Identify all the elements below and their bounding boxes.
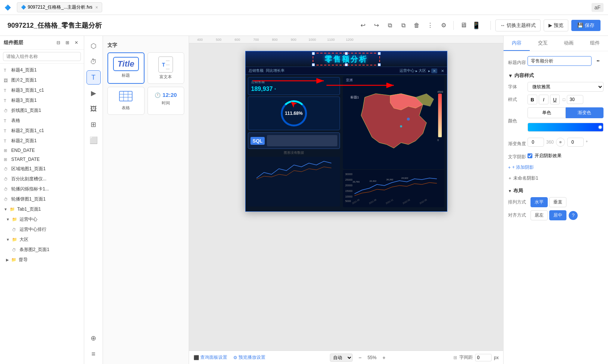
tab-component[interactable]: 组件 (582, 36, 608, 51)
widget-time[interactable]: 🕛 12:20 时间 (148, 87, 185, 115)
underline-button[interactable]: U (550, 95, 560, 104)
list-item[interactable]: ⏱ 轮播闪烁指标卡1... (0, 184, 84, 194)
layout-horizontal-button[interactable]: 水平 (531, 197, 548, 207)
list-item[interactable]: ⏱ 百分比刻度槽仪... (0, 174, 84, 184)
title-widget-preview: Title (113, 57, 139, 71)
list-item[interactable]: ⏱ 折线图1_页面1 (0, 105, 84, 116)
layer-type-icon: ⊞ (4, 157, 9, 162)
tab-close-icon[interactable]: × (95, 5, 98, 10)
italic-button[interactable]: I (539, 95, 548, 104)
layers-search-input[interactable] (3, 52, 81, 61)
list-item[interactable]: T 标题4_页面1 (0, 65, 84, 75)
font-label: 字体 (508, 84, 528, 90)
gradient-angle-start-input[interactable] (528, 138, 544, 147)
list-item[interactable]: ▶ 📁 督导 (0, 255, 84, 265)
video-icon[interactable]: ▶ (86, 86, 101, 100)
layer-name: 图片2_页面1 (11, 77, 37, 83)
list-item[interactable]: T 标题2_页面1 (0, 136, 84, 146)
zoom-in-button[interactable]: + (379, 352, 389, 363)
tab-interaction[interactable]: 交互 (530, 36, 556, 51)
solid-color-tab[interactable]: 单色 (528, 107, 566, 118)
align-left-button[interactable]: 居左 (531, 210, 548, 220)
list-item[interactable]: T 标题3_页面1_c1 (0, 85, 84, 95)
table-tool-icon[interactable]: ⊞ (86, 117, 101, 132)
layers-icon[interactable]: ⊕ (86, 331, 101, 345)
title-edit-icon[interactable]: ✒ (593, 56, 604, 66)
title-content-input[interactable] (528, 56, 592, 66)
image-icon[interactable]: 🖼 (86, 102, 101, 116)
clock-icon[interactable]: ⏱ (86, 55, 101, 69)
list-item[interactable]: ▼ 📁 大区 (0, 235, 84, 245)
gradient-bar[interactable] (528, 123, 604, 132)
layer-type-icon: ⏱ (4, 177, 9, 181)
delete-button[interactable]: 🗑 (411, 20, 422, 31)
more-options-button[interactable]: ⋮ (425, 20, 435, 31)
font-select[interactable]: 微软雅黑 宋体 黑体 (528, 82, 604, 92)
svg-rect-0 (119, 91, 132, 101)
more-tools-icon[interactable]: ≡ (86, 347, 101, 361)
list-item[interactable]: ⊞ END_DATE (0, 146, 84, 155)
layers-collapse-icon[interactable]: ⊟ (55, 39, 62, 46)
preview-button[interactable]: ▶ 预览 (544, 19, 568, 31)
help-button[interactable]: ? (569, 211, 578, 220)
list-item[interactable]: T 表格 (0, 116, 84, 126)
widget-time-label: 时间 (162, 100, 170, 106)
add-shadow-button[interactable]: + + 添加阴影 (508, 164, 604, 171)
align-center-button[interactable]: 居中 (549, 210, 566, 220)
query-panel-link[interactable]: ⬛ 查询面板设置 (194, 354, 227, 361)
canvas-close-icon[interactable]: ✕ (441, 69, 444, 73)
zoom-out-button[interactable]: − (355, 352, 365, 363)
canvas-frame[interactable]: 标题1_页面1 零售额分析 (245, 51, 447, 212)
redo-button[interactable]: ↪ (371, 20, 381, 31)
color-label: 颜色 (508, 118, 528, 124)
gradient-color-tab[interactable]: 渐变色 (566, 107, 604, 118)
browser-tab[interactable]: 🔷 9097212_任格格_...主题分析.fvs × (17, 2, 102, 12)
spacing-input[interactable] (475, 354, 492, 361)
zoom-mode-select[interactable]: 自动 适应 100% (330, 354, 353, 362)
save-button[interactable]: 💾 保存 (571, 20, 601, 31)
container-icon[interactable]: ⬜ (86, 133, 101, 147)
widget-title[interactable]: Title 标题 (107, 52, 145, 84)
gradient-angle-value-input[interactable] (567, 138, 584, 147)
font-size-input[interactable] (567, 95, 583, 104)
widget-table[interactable]: 表格 (107, 87, 145, 115)
list-item[interactable]: ⏱ 区域地图1_页面1 (0, 164, 84, 174)
desktop-icon[interactable]: 🖥 (458, 20, 469, 31)
preview-settings-link[interactable]: ⚙ 预览播放设置 (233, 354, 265, 361)
layers-expand-icon[interactable]: ⊞ (64, 39, 71, 46)
switch-theme-button[interactable]: ↔ 切换主题样式 (495, 19, 541, 31)
list-item[interactable]: ⏱ 运营中心排行 (0, 224, 84, 235)
undo-button[interactable]: ↩ (358, 20, 368, 31)
list-item[interactable]: ▼ 📁 运营中心 (0, 214, 84, 224)
list-item[interactable]: ⏱ 轮播饼图1_页面1 (0, 194, 84, 204)
tab-animation[interactable]: 动画 (556, 36, 582, 51)
paste-button[interactable]: ⧉ (398, 20, 408, 31)
mobile-icon[interactable]: 📱 (471, 20, 481, 31)
list-item[interactable]: 🖼 图片2_页面1 (0, 75, 84, 85)
layer-name: 标题4_页面1 (11, 67, 37, 73)
tab-content[interactable]: 内容 (504, 36, 530, 51)
preview-settings-label: 预览播放设置 (238, 354, 265, 361)
text-tool-icon[interactable]: T (86, 70, 101, 85)
spacing-controls: ⊞ 字间距 px (453, 354, 499, 361)
copy-button[interactable]: ⧉ (384, 20, 395, 31)
bold-button[interactable]: B (528, 95, 537, 104)
canvas-content[interactable]: ➤ 标题1_页面1 零售额分析 (189, 43, 503, 351)
settings-button[interactable]: ⚙ (438, 20, 449, 31)
list-item[interactable]: ⊞ START_DATE (0, 155, 84, 164)
3d-icon[interactable]: ⬡ (86, 39, 101, 53)
shadow-checkbox[interactable] (528, 153, 532, 158)
svg-text:25000: 25000 (345, 178, 353, 181)
layers-close-icon[interactable]: ✕ (73, 39, 80, 46)
layout-vertical-button[interactable]: 垂直 (549, 197, 566, 207)
gradient-handle[interactable] (598, 125, 602, 129)
list-item[interactable]: ▼ 📁 Tab1_页面1 (0, 204, 84, 214)
list-item[interactable]: ⏱ 条形图2_页面1 (0, 245, 84, 255)
list-item[interactable]: T 标题2_页面1_c1 (0, 126, 84, 136)
ruler-mark: 400 (191, 38, 209, 42)
table-widget-icon (119, 91, 133, 104)
list-item[interactable]: T 标题3_页面1 (0, 95, 84, 105)
layer-type-icon: ⏱ (4, 167, 9, 171)
widget-richtext[interactable]: T ——— 富文本 (148, 52, 185, 84)
zoom-value: 55% (368, 355, 377, 360)
